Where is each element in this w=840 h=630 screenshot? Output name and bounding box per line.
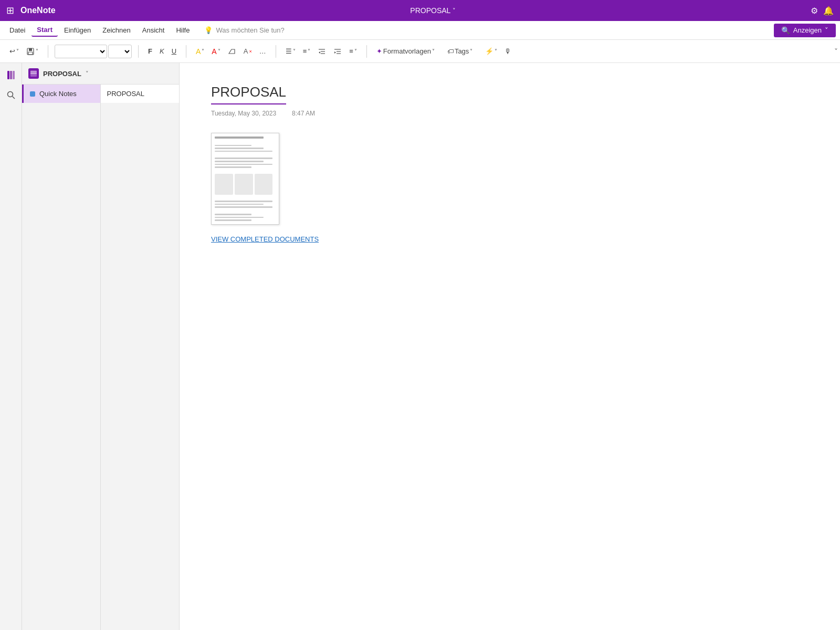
sections-pages-panel: Quick Notes PROPOSAL (22, 85, 179, 630)
doc-line (215, 158, 272, 159)
sep4 (276, 45, 276, 58)
align-button[interactable]: ≡˅ (346, 45, 360, 57)
main-layout: PROPOSAL ˅ Quick Notes PROPOSAL PROPOSAL (0, 63, 840, 630)
toolbar-font-group (52, 45, 134, 58)
more-button[interactable]: … (256, 45, 269, 57)
underline-button[interactable]: U (169, 45, 180, 57)
record-button[interactable]: 🎙 (501, 45, 514, 57)
doc-line (215, 164, 272, 165)
ai-sparkle-icon: ✦ (376, 47, 382, 55)
undo-button[interactable]: ↩˅ (6, 45, 22, 57)
formatvorlagen-label: Formatvorlagen (383, 47, 431, 55)
list-button[interactable]: ☰˅ (282, 45, 299, 57)
document-title: PROPOSAL (410, 6, 450, 15)
svg-rect-13 (10, 71, 12, 79)
toolbar: ↩˅ ˅ F K U A ˅ A ˅ A× … (0, 40, 840, 63)
microphone-icon: 🎙 (505, 47, 511, 55)
page-item-proposal[interactable]: PROPOSAL (101, 85, 180, 103)
doc-line (215, 201, 272, 202)
anzeigen-button[interactable]: 🔍 Anzeigen ˅ (774, 24, 836, 37)
page-meta: Tuesday, May 30, 2023 8:47 AM (211, 110, 808, 117)
font-size-select[interactable] (108, 45, 132, 58)
outdent-button[interactable] (314, 45, 329, 58)
menu-zeichnen[interactable]: Zeichnen (97, 24, 135, 36)
bell-icon[interactable]: 🔔 (823, 6, 834, 16)
font-color-icon: A (212, 47, 216, 56)
svg-marker-7 (319, 51, 320, 54)
toolbar-tags-group: 🏷 Tags ˅ (442, 45, 478, 57)
title-center: PROPOSAL ˅ (62, 6, 804, 15)
sep1 (48, 45, 48, 58)
toolbar-list-group: ☰˅ ≡˅ ≡˅ (280, 45, 362, 58)
svg-marker-11 (334, 51, 336, 54)
formatvorlagen-button[interactable]: ✦ Formatvorlagen ˅ (373, 45, 438, 57)
save-button[interactable]: ˅ (23, 45, 41, 58)
sep3 (186, 45, 186, 58)
page-label-proposal: PROPOSAL (107, 90, 145, 98)
font-name-select[interactable] (55, 45, 107, 58)
doc-line (215, 136, 264, 139)
indent-button[interactable] (330, 45, 345, 58)
format-clear-button[interactable]: A× (240, 45, 255, 57)
menu-bar: Datei Start Einfügen Zeichnen Ansicht Hi… (0, 21, 840, 40)
list-icon: ☰ (286, 47, 292, 55)
doc-line (215, 151, 272, 152)
toolbar-ai-group: ✦ Formatvorlagen ˅ (371, 45, 440, 57)
search-box: 💡 Was möchten Sie tun? (204, 26, 284, 34)
section-color-dot (30, 91, 35, 97)
italic-button[interactable]: K (156, 45, 167, 57)
tags-label: Tags (455, 47, 469, 55)
notebook-chevron[interactable]: ˅ (86, 70, 89, 77)
special-icon: ⚡ (485, 47, 494, 55)
sections-column: Quick Notes (22, 85, 101, 630)
bold-button[interactable]: F (145, 45, 155, 57)
highlight-button[interactable]: A ˅ (193, 45, 207, 58)
sep5 (366, 45, 367, 58)
menu-hilfe[interactable]: Hilfe (171, 24, 195, 36)
highlight-icon: A (196, 47, 201, 56)
notebooks-icon[interactable] (3, 67, 19, 83)
section-item-quick-notes[interactable]: Quick Notes (22, 85, 100, 103)
doc-line (215, 145, 251, 146)
notebook-name: PROPOSAL (43, 70, 81, 78)
toolbar-collapse-button[interactable]: ˅ (834, 47, 838, 56)
view-completed-link[interactable]: VIEW COMPLETED DOCUMENTS (211, 235, 808, 243)
page-title: PROPOSAL (211, 84, 286, 104)
sidebar-left (0, 63, 22, 630)
toolbar-format-group: F K U (143, 45, 182, 57)
pages-column: PROPOSAL (101, 85, 180, 630)
settings-icon[interactable]: ⚙ (811, 6, 818, 16)
special-button[interactable]: ⚡ ˅ (482, 45, 500, 57)
doc-line (215, 148, 264, 149)
menu-einfuegen[interactable]: Einfügen (59, 24, 96, 36)
search-placeholder[interactable]: Was möchten Sie tun? (216, 26, 284, 34)
menu-datei[interactable]: Datei (4, 24, 30, 36)
page-time: 8:47 AM (292, 110, 315, 117)
font-color-button[interactable]: A ˅ (208, 45, 223, 58)
doc-line (215, 206, 272, 208)
indent-list-button[interactable]: ≡˅ (300, 45, 314, 57)
document-thumbnail[interactable] (211, 133, 279, 225)
tags-button[interactable]: 🏷 Tags ˅ (444, 45, 476, 57)
menu-start[interactable]: Start (32, 24, 58, 37)
toolbar-undo-group: ↩˅ ˅ (4, 45, 44, 58)
app-name: OneNote (20, 6, 56, 15)
title-bar: ⊞ OneNote PROPOSAL ˅ ⚙ 🔔 (0, 0, 840, 21)
toolbar-color-group: A ˅ A ˅ A× … (191, 45, 271, 58)
toolbar-special-group: ⚡ ˅ 🎙 (480, 45, 517, 57)
anzeigen-chevron: ˅ (825, 26, 828, 34)
menu-ansicht[interactable]: Ansicht (137, 24, 170, 36)
title-chevron[interactable]: ˅ (453, 7, 456, 14)
page-date: Tuesday, May 30, 2023 (211, 110, 276, 117)
erase-button[interactable] (225, 45, 239, 58)
content-area[interactable]: PROPOSAL Tuesday, May 30, 2023 8:47 AM (180, 63, 840, 630)
section-panel: PROPOSAL ˅ Quick Notes PROPOSAL (22, 63, 180, 630)
doc-line (215, 219, 251, 221)
svg-point-15 (7, 92, 13, 97)
align-icon: ≡ (349, 47, 353, 55)
waffle-icon[interactable]: ⊞ (6, 5, 14, 16)
svg-rect-14 (13, 71, 15, 79)
anzeigen-icon: 🔍 (781, 26, 790, 35)
notebook-header[interactable]: PROPOSAL ˅ (22, 63, 179, 85)
search-icon[interactable] (3, 87, 19, 103)
